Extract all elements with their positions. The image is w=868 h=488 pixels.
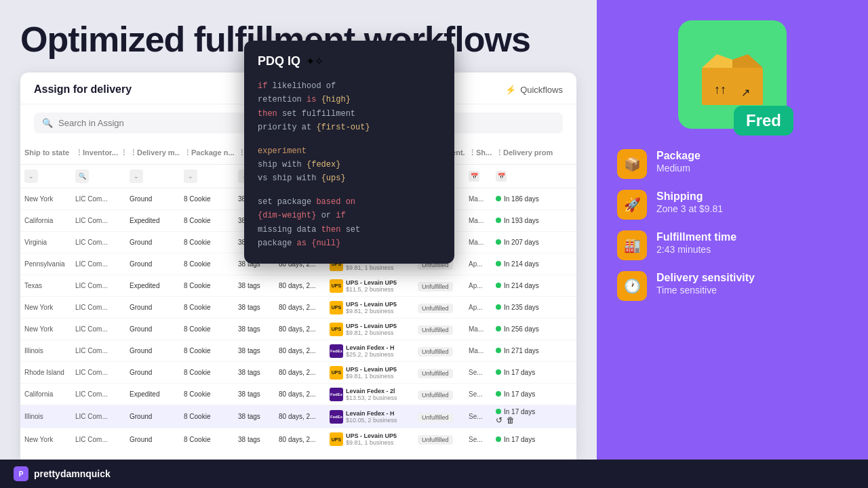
cell-pkg: 8 Cookie <box>180 301 234 314</box>
info-item: 📦 Package Medium <box>617 149 848 179</box>
svc-details: UPS - Levain UP5 $11.5, 2 business <box>346 279 397 293</box>
info-label: Delivery sensitivity <box>656 271 755 284</box>
cell-sh: Ap... <box>465 301 492 314</box>
info-icon: 🏭 <box>617 230 647 260</box>
filter-ship[interactable]: ⌄ <box>20 167 71 185</box>
filter-sh[interactable]: 📅 <box>465 167 492 185</box>
delivery-dot <box>496 239 501 245</box>
cell-pkg: 8 Cookie <box>180 344 234 357</box>
cell-ful: Unfulfilled <box>414 323 465 336</box>
cell-pkg: 8 Cookie <box>180 279 234 292</box>
cell-time: 80 days, 2... <box>275 433 326 446</box>
carrier-badge: UPS UPS - Levain UP5 $9.81, 2 business <box>330 323 410 336</box>
cell-ful: Unfulfilled <box>414 410 465 424</box>
info-label: Fulfillment time <box>656 230 736 243</box>
carrier-badge: UPS UPS - Levain UP5 $9.81, 2 business <box>330 301 410 314</box>
cell-delprom: In 193 days <box>492 214 553 227</box>
unfulfilled-badge: Unfulfilled <box>418 282 453 291</box>
ups-icon: UPS <box>330 432 343 446</box>
table-row[interactable]: Illinois LIC Com... Ground 8 Cookie 38 t… <box>20 340 576 362</box>
cell-time: 80 days, 2... <box>275 323 326 336</box>
cell-del: Ground <box>125 410 180 423</box>
right-panel: ↑↑ ↗ Fred 📦 Package Medium 🚀 Shipping Zo… <box>597 0 868 460</box>
cell-ship: Virginia <box>20 236 71 249</box>
delivery-dot <box>496 369 501 375</box>
delivery-dot <box>496 391 501 396</box>
col-pkg: ⋮Package n... <box>180 146 234 160</box>
cell-tags: 38 tags <box>234 344 275 357</box>
svc-details: Levain Fedex - 2l $13.53, 2 business <box>346 388 397 401</box>
filter-del[interactable]: ⌄ <box>125 167 180 185</box>
cell-ful: Unfulfilled <box>414 432 465 446</box>
cell-ful: Unfulfilled <box>414 344 465 358</box>
delivery-dot <box>496 283 501 288</box>
code-block: if likelihood of retention is {high} the… <box>258 79 441 250</box>
quickflows-label: Quickflows <box>520 85 563 95</box>
info-value: Time sensitive <box>656 284 755 296</box>
table-row[interactable]: Rhode Island LIC Com... Ground 8 Cookie … <box>20 362 576 384</box>
cell-del: Expedited <box>125 214 180 227</box>
info-text: Delivery sensitivity Time sensitive <box>656 271 755 296</box>
cell-sh: Ma... <box>465 236 492 249</box>
unfulfilled-badge: Unfulfilled <box>418 413 453 422</box>
unfulfilled-badge: Unfulfilled <box>418 435 453 445</box>
table-row[interactable]: Illinois LIC Com... Ground 8 Cookie 38 t… <box>20 405 576 428</box>
svc-details: Levain Fedex - H $25.2, 2 business <box>346 344 395 358</box>
pdq-logo: P prettydamnquick <box>14 466 111 481</box>
cell-del: Ground <box>125 323 180 336</box>
filter-delprom[interactable]: 📅 <box>492 167 553 185</box>
sparkle-icon: ✦✧ <box>306 55 323 68</box>
cell-tags: 38 tags <box>234 279 275 292</box>
quickflows-button[interactable]: ⚡ Quickflows <box>505 85 563 95</box>
cell-ful: Unfulfilled <box>414 388 465 401</box>
filter-inv[interactable]: 🔍 <box>71 167 125 185</box>
info-value: Medium <box>656 162 701 174</box>
cell-sh: Ma... <box>465 344 492 357</box>
table-row[interactable]: New York LIC Com... Ground 8 Cookie 38 t… <box>20 319 576 340</box>
cell-time: 80 days, 2... <box>275 410 326 423</box>
svc-details: UPS - Levain UP5 $9.81, 2 business <box>346 323 397 336</box>
pdq-iq-panel: PDQ IQ ✦✧ if likelihood of retention is … <box>244 41 454 264</box>
ups-icon: UPS <box>330 323 343 336</box>
cell-ship: California <box>20 214 71 227</box>
cell-inv: LIC Com... <box>71 388 125 401</box>
cell-pkg: 8 Cookie <box>180 236 234 249</box>
carrier-badge: UPS UPS - Levain UP5 $9.81, 1 business <box>330 432 410 446</box>
info-icon: 🕐 <box>617 271 647 301</box>
cell-sh: Ma... <box>465 192 492 205</box>
cell-del: Ground <box>125 258 180 270</box>
unfulfilled-badge: Unfulfilled <box>418 347 453 357</box>
info-items: 📦 Package Medium 🚀 Shipping Zone 3 at $9… <box>617 149 848 301</box>
svc-details: Levain Fedex - H $10.05, 2 business <box>346 410 397 424</box>
delivery-dot <box>496 409 501 414</box>
pdq-iq-header: PDQ IQ ✦✧ <box>258 54 441 68</box>
cell-svc: UPS UPS - Levain UP5 $11.5, 2 business <box>326 277 414 296</box>
cell-ship: Rhode Island <box>20 366 71 379</box>
table-row[interactable]: New York LIC Com... Ground 8 Cookie 38 t… <box>20 297 576 319</box>
cell-svc: UPS UPS - Levain UP5 $9.81, 2 business <box>326 320 414 339</box>
table-row[interactable]: Texas LIC Com... Expedited 8 Cookie 38 t… <box>20 275 576 297</box>
cell-inv: LIC Com... <box>71 323 125 336</box>
info-icon: 🚀 <box>617 190 647 220</box>
cell-sh: Se... <box>465 410 492 423</box>
delivery-dot <box>496 196 501 201</box>
cell-inv: LIC Com... <box>71 258 125 270</box>
left-panel: Optimized fulfillment workflows Assign f… <box>0 0 597 460</box>
cell-del: Ground <box>125 344 180 357</box>
box-illustration: ↑↑ ↗ Fred <box>678 20 787 129</box>
info-text: Shipping Zone 3 at $9.81 <box>656 190 723 215</box>
fedex-icon: FedEx <box>330 388 343 401</box>
cell-time: 80 days, 2... <box>275 366 326 379</box>
cell-inv: LIC Com... <box>71 433 125 446</box>
svc-details: UPS - Levain UP5 $9.81, 1 business <box>346 432 397 446</box>
cell-delprom: In 271 days <box>492 344 553 357</box>
table-row[interactable]: New York LIC Com... Ground 8 Cookie 38 t… <box>20 428 576 450</box>
table-row[interactable]: California LIC Com... Expedited 8 Cookie… <box>20 384 576 405</box>
cell-time: 80 days, 2... <box>275 344 326 357</box>
filter-pkg[interactable]: ⌄ <box>180 167 234 185</box>
cell-tags: 38 tags <box>234 366 275 379</box>
fred-label: Fred <box>734 106 793 136</box>
cell-inv: LIC Com... <box>71 410 125 423</box>
cell-svc: FedEx Levain Fedex - 2l $13.53, 2 busine… <box>326 385 414 404</box>
cell-pkg: 8 Cookie <box>180 366 234 379</box>
